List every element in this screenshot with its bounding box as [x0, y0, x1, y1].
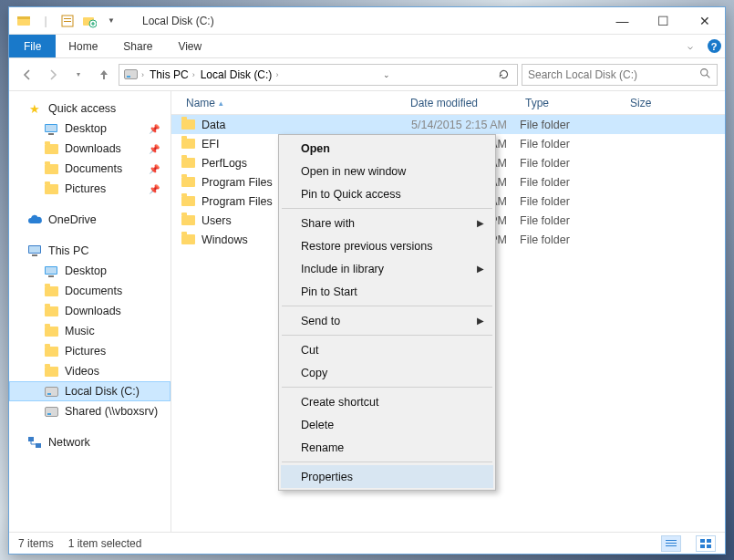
nav-quick-pictures[interactable]: Pictures📌 [9, 179, 171, 199]
file-row[interactable]: Data5/14/2015 2:15 AMFile folder [171, 115, 725, 134]
qat-separator: | [36, 12, 55, 30]
svg-rect-20 [666, 540, 677, 541]
nav-quick-downloads[interactable]: Downloads📌 [9, 139, 171, 159]
ctx-create-shortcut[interactable]: Create shortcut [281, 390, 493, 413]
status-item-count: 7 items [18, 537, 54, 550]
folder-icon [181, 194, 195, 209]
ctx-restore-previous-versions[interactable]: Restore previous versions [281, 234, 493, 257]
nav-quick-documents[interactable]: Documents📌 [9, 159, 171, 179]
refresh-icon[interactable] [493, 68, 513, 80]
ctx-pin-to-start[interactable]: Pin to Start [281, 280, 493, 303]
svg-rect-22 [666, 545, 677, 546]
svg-rect-16 [46, 267, 57, 274]
ctx-rename[interactable]: Rename [281, 436, 493, 459]
svg-rect-26 [707, 544, 711, 548]
view-details-button[interactable] [661, 535, 681, 552]
search-input[interactable]: Search Local Disk (C:) [522, 64, 718, 86]
svg-rect-18 [28, 437, 34, 441]
nav-pc-pictures[interactable]: Pictures [9, 341, 171, 361]
nav-onedrive[interactable]: OneDrive [9, 210, 171, 230]
minimize-button[interactable]: — [602, 7, 643, 34]
disk-icon [44, 384, 58, 399]
qat-explorer-icon[interactable] [15, 12, 33, 30]
nav-quick-access[interactable]: ★ Quick access [9, 99, 171, 119]
help-button[interactable]: ? [703, 35, 725, 57]
tab-share[interactable]: Share [110, 35, 165, 57]
svg-rect-14 [32, 254, 37, 256]
ctx-separator [282, 335, 492, 336]
svg-point-7 [701, 68, 708, 75]
column-headers: Name ▴ Date modified Type Size [171, 91, 725, 115]
svg-rect-23 [700, 539, 705, 543]
pin-icon: 📌 [149, 164, 160, 174]
folder-icon [44, 324, 58, 338]
ctx-send-to[interactable]: Send to▶ [281, 309, 493, 332]
ctx-separator [282, 461, 492, 462]
nav-pc-documents[interactable]: Documents [9, 281, 171, 301]
folder-icon [44, 161, 58, 176]
crumb-local-disk[interactable]: Local Disk (C:)› [199, 68, 281, 81]
navigation-pane: ★ Quick access Desktop📌Downloads📌Documen… [9, 91, 171, 532]
ctx-separator [282, 208, 492, 209]
tab-view[interactable]: View [165, 35, 214, 57]
nav-pc-shared-vboxsrv-[interactable]: Shared (\\vboxsrv) [9, 401, 171, 421]
col-type[interactable]: Type [520, 97, 625, 109]
view-icons-button[interactable] [696, 535, 716, 552]
history-dropdown-icon[interactable]: ⌄ [377, 70, 397, 79]
explorer-window: | ▼ Local Disk (C:) — ☐ ✕ File Home Shar… [8, 6, 726, 555]
maximize-button[interactable]: ☐ [643, 7, 684, 34]
crumb-this-pc[interactable]: This PC› [148, 68, 197, 81]
file-tab[interactable]: File [9, 35, 56, 57]
nav-quick-desktop[interactable]: Desktop📌 [9, 119, 171, 139]
nav-up-button[interactable] [93, 64, 115, 86]
pin-icon: 📌 [149, 184, 160, 194]
nav-pc-local-disk-c-[interactable]: Local Disk (C:) [9, 381, 171, 401]
disk-icon [44, 404, 58, 419]
nav-forward-button[interactable] [42, 64, 64, 86]
address-row: ▾ › This PC› Local Disk (C:)› ⌄ Search L… [9, 58, 725, 91]
ctx-copy[interactable]: Copy [281, 361, 493, 384]
ctx-share-with[interactable]: Share with▶ [281, 212, 493, 234]
ctx-properties[interactable]: Properties [281, 465, 493, 488]
nav-pc-downloads[interactable]: Downloads [9, 301, 171, 321]
folder-icon [181, 213, 195, 228]
folder-icon [44, 304, 58, 318]
ctx-pin-to-quick-access[interactable]: Pin to Quick access [281, 182, 493, 205]
svg-rect-13 [29, 246, 40, 253]
folder-icon [44, 284, 58, 298]
breadcrumb[interactable]: › This PC› Local Disk (C:)› ⌄ [119, 64, 518, 86]
svg-rect-21 [666, 543, 677, 544]
folder-icon [181, 175, 195, 190]
ctx-open[interactable]: Open [281, 137, 493, 160]
col-size[interactable]: Size [625, 97, 725, 109]
ctx-delete[interactable]: Delete [281, 413, 493, 436]
folder-icon [44, 181, 58, 196]
nav-pc-desktop[interactable]: Desktop [9, 261, 171, 281]
close-button[interactable]: ✕ [684, 7, 725, 34]
star-icon: ★ [27, 101, 42, 116]
nav-pc-videos[interactable]: Videos [9, 361, 171, 381]
svg-line-8 [707, 75, 709, 78]
nav-network[interactable]: Network [9, 432, 171, 452]
qat-dropdown-icon[interactable]: ▼ [102, 12, 120, 30]
pin-icon: 📌 [149, 144, 160, 154]
ctx-include-in-library[interactable]: Include in library▶ [281, 257, 493, 280]
qat-properties-icon[interactable] [58, 12, 77, 30]
nav-this-pc[interactable]: This PC [9, 241, 171, 261]
col-date[interactable]: Date modified [405, 97, 520, 109]
desktop-icon [44, 264, 58, 278]
ctx-cut[interactable]: Cut [281, 338, 493, 361]
nav-back-button[interactable] [16, 64, 38, 86]
qat-newfolder-icon[interactable] [80, 12, 98, 30]
nav-pc-music[interactable]: Music [9, 321, 171, 341]
ribbon-expand-icon[interactable]: ⌵ [677, 35, 703, 57]
nav-recent-dropdown[interactable]: ▾ [67, 64, 89, 86]
col-name[interactable]: Name ▴ [181, 97, 405, 109]
folder-icon [44, 344, 58, 358]
svg-rect-17 [48, 275, 54, 277]
ctx-open-in-new-window[interactable]: Open in new window [281, 160, 493, 182]
ribbon: File Home Share View ⌵ ? [9, 35, 725, 58]
folder-icon [44, 121, 58, 136]
tab-home[interactable]: Home [56, 35, 110, 57]
chevron-right-icon: ▶ [477, 316, 484, 326]
